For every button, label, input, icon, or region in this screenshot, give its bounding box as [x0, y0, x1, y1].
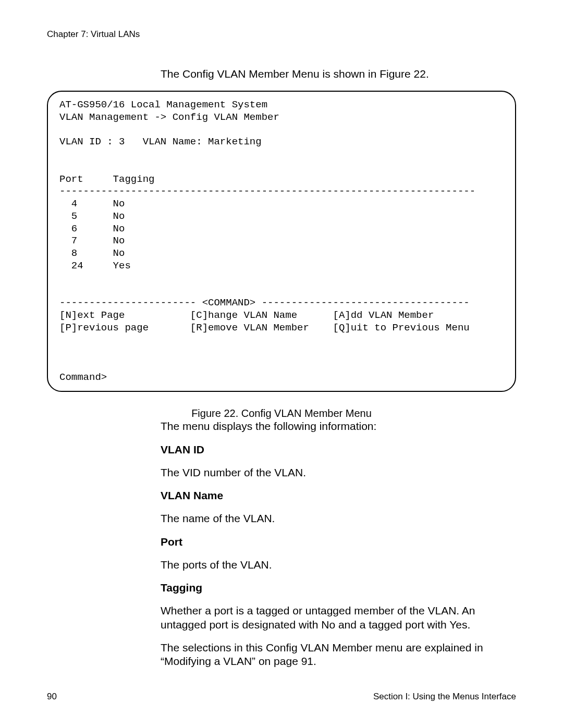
def-desc-port: The ports of the VLAN.: [161, 558, 511, 572]
terminal-line: AT-GS950/16 Local Management System: [59, 99, 267, 110]
chapter-header: Chapter 7: Virtual LANs: [47, 29, 516, 40]
figure-caption: Figure 22. Config VLAN Member Menu: [47, 408, 516, 419]
body-block: The menu displays the following informat…: [161, 419, 511, 668]
footer: 90 Section I: Using the Menus Interface: [47, 692, 516, 702]
body-intro: The menu displays the following informat…: [161, 419, 511, 433]
terminal-row: 6 No: [59, 223, 125, 235]
page: Chapter 7: Virtual LANs The Config VLAN …: [0, 0, 563, 728]
def-desc-vlan-id: The VID number of the VLAN.: [161, 466, 511, 479]
terminal-cmd-rule: ----------------------- <COMMAND> ------…: [59, 297, 470, 309]
def-desc-vlan-name: The name of the VLAN.: [161, 512, 511, 525]
terminal-vlan-line: VLAN ID : 3 VLAN Name: Marketing: [59, 136, 262, 147]
def-term-vlan-id: VLAN ID: [161, 443, 511, 456]
section-label: Section I: Using the Menus Interface: [373, 692, 516, 702]
def-desc-tagging: Whether a port is a tagged or untagged m…: [161, 604, 511, 632]
terminal-row: 4 No: [59, 198, 125, 209]
terminal-cmd-row: [N]ext Page [C]hange VLAN Name [A]dd VLA…: [59, 310, 434, 321]
terminal-line: VLAN Management -> Config VLAN Member: [59, 112, 279, 123]
page-number: 90: [47, 692, 57, 702]
terminal-row: 24 Yes: [59, 260, 131, 272]
terminal-screen: AT-GS950/16 Local Management System VLAN…: [47, 91, 516, 392]
terminal-row: 5 No: [59, 211, 125, 222]
body-closing: The selections in this Config VLAN Membe…: [161, 641, 511, 669]
terminal-table-header: Port Tagging: [59, 174, 154, 185]
terminal-rule: ----------------------------------------…: [59, 186, 475, 197]
def-term-port: Port: [161, 535, 511, 549]
terminal-cmd-row: [P]revious page [R]emove VLAN Member [Q]…: [59, 322, 470, 334]
def-term-vlan-name: VLAN Name: [161, 489, 511, 502]
intro-line: The Config VLAN Member Menu is shown in …: [161, 68, 516, 80]
terminal-prompt: Command>: [59, 372, 107, 383]
def-term-tagging: Tagging: [161, 581, 511, 595]
terminal-row: 8 No: [59, 248, 125, 259]
terminal-row: 7 No: [59, 235, 125, 246]
